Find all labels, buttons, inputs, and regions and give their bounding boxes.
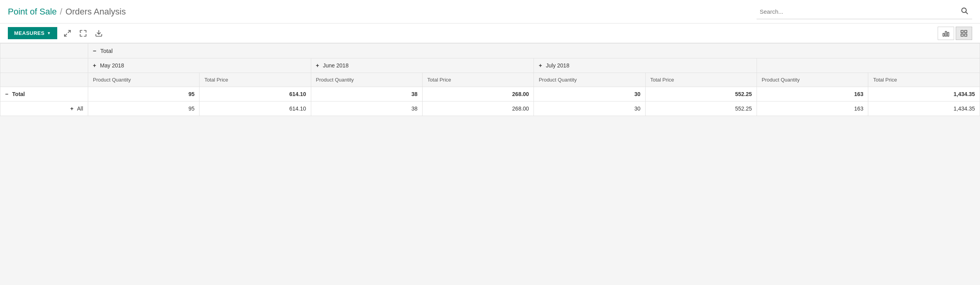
july-expand-icon[interactable]: +	[539, 62, 542, 69]
measures-label: MEASURES	[14, 30, 45, 36]
all-row-label: + All	[0, 102, 88, 116]
all-july-qty: 30	[534, 102, 645, 116]
measures-button[interactable]: MEASURES ▼	[8, 27, 57, 39]
toolbar-left: MEASURES ▼	[8, 27, 104, 39]
may-label: May 2018	[100, 62, 124, 69]
total-grand-qty: 163	[757, 87, 868, 102]
pivot-table-container: − Total + May 2018 + June 2018 + July 20…	[0, 43, 980, 116]
search-button[interactable]	[960, 6, 969, 17]
table-header-row-cols: Product Quantity Total Price Product Qua…	[0, 73, 980, 87]
total-june-price: 268.00	[423, 87, 534, 102]
svg-rect-5	[943, 33, 944, 36]
col-header-5: Total Price	[645, 73, 757, 87]
total-row-collapse-icon[interactable]: −	[5, 91, 8, 97]
search-container	[757, 4, 972, 19]
grid-view-button[interactable]	[956, 27, 972, 40]
all-row-text: All	[77, 105, 83, 112]
table-row-total: − Total 95 614.10 38 268.00 30 552.25 16…	[0, 87, 980, 102]
all-grand-price: 1,434.35	[868, 102, 980, 116]
july-label: July 2018	[546, 62, 569, 69]
col-header-6: Product Quantity	[757, 73, 868, 87]
all-may-qty: 95	[88, 102, 200, 116]
breadcrumb-pos[interactable]: Point of Sale	[8, 7, 57, 17]
toolbar-right	[938, 27, 972, 40]
chart-view-button[interactable]	[938, 27, 954, 40]
col-header-3: Total Price	[423, 73, 534, 87]
corner-cell	[0, 44, 88, 58]
june-label: June 2018	[323, 62, 348, 69]
all-grand-qty: 163	[757, 102, 868, 116]
svg-line-3	[65, 34, 67, 36]
page-header: Point of Sale / Orders Analysis	[0, 0, 980, 24]
total-may-qty: 95	[88, 87, 200, 102]
june-2018-header: + June 2018	[311, 58, 534, 73]
col-header-7: Total Price	[868, 73, 980, 87]
col-header-2: Product Quantity	[311, 73, 422, 87]
july-2018-header: + July 2018	[534, 58, 757, 73]
all-row-expand-icon[interactable]: +	[70, 105, 73, 112]
june-expand-icon[interactable]: +	[316, 62, 319, 69]
breadcrumb-separator: /	[60, 7, 62, 17]
all-june-qty: 38	[311, 102, 422, 116]
total-row-label: − Total	[0, 87, 88, 102]
total-row-text: Total	[12, 91, 25, 97]
svg-line-2	[68, 30, 71, 33]
pivot-table: − Total + May 2018 + June 2018 + July 20…	[0, 43, 980, 116]
may-expand-icon[interactable]: +	[93, 62, 96, 69]
total-june-qty: 38	[311, 87, 422, 102]
svg-rect-11	[965, 34, 967, 36]
download-button[interactable]	[93, 28, 104, 39]
search-input[interactable]	[760, 8, 960, 15]
col-header-4: Product Quantity	[534, 73, 645, 87]
svg-rect-7	[947, 32, 949, 36]
total-grand-price: 1,434.35	[868, 87, 980, 102]
all-july-price: 552.25	[645, 102, 757, 116]
total-collapse-icon[interactable]: −	[93, 47, 96, 54]
expand-button[interactable]	[62, 28, 73, 39]
total-july-qty: 30	[534, 87, 645, 102]
svg-line-1	[966, 12, 968, 14]
fullscreen-button[interactable]	[78, 28, 89, 39]
col-header-0: Product Quantity	[88, 73, 200, 87]
table-header-row-total: − Total	[0, 44, 980, 58]
total-july-price: 552.25	[645, 87, 757, 102]
svg-rect-9	[965, 30, 967, 33]
breadcrumb-page: Orders Analysis	[65, 7, 126, 17]
table-row-all: + All 95 614.10 38 268.00 30 552.25 163 …	[0, 102, 980, 116]
breadcrumb: Point of Sale / Orders Analysis	[8, 7, 126, 17]
all-june-price: 268.00	[423, 102, 534, 116]
corner-cell-months	[0, 58, 88, 73]
table-header-row-months: + May 2018 + June 2018 + July 2018	[0, 58, 980, 73]
svg-rect-10	[961, 34, 964, 36]
svg-rect-6	[945, 31, 946, 36]
corner-cell-cols	[0, 73, 88, 87]
toolbar: MEASURES ▼	[0, 24, 980, 43]
total-may-price: 614.10	[200, 87, 311, 102]
may-2018-header: + May 2018	[88, 58, 311, 73]
total-header-label: Total	[100, 47, 113, 54]
measures-dropdown-arrow: ▼	[47, 31, 51, 35]
grand-total-header	[757, 58, 980, 73]
col-header-1: Total Price	[200, 73, 311, 87]
total-header-cell: − Total	[88, 44, 980, 58]
all-may-price: 614.10	[200, 102, 311, 116]
svg-rect-8	[961, 30, 964, 33]
